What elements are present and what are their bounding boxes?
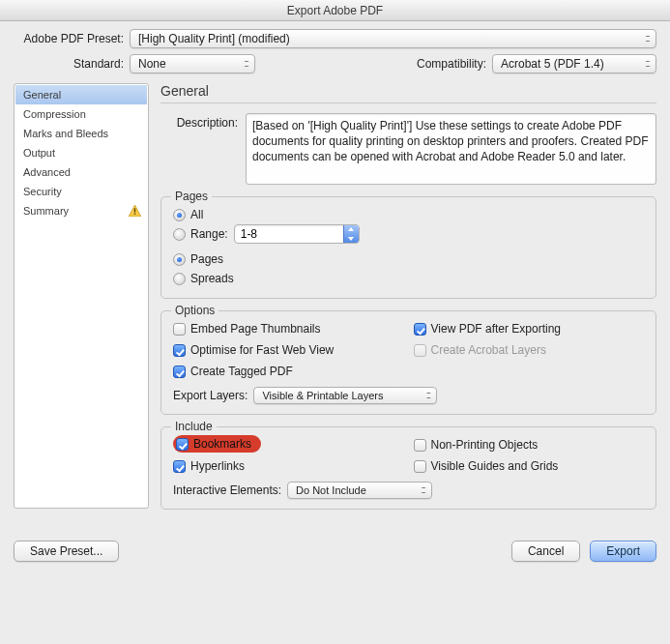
footer: Save Preset... Cancel Export [0,531,670,575]
export-layers-label: Export Layers: [173,389,248,402]
panel-general: General Description: [Based on '[High Qu… [160,83,656,521]
sidebar-item-general[interactable]: General [15,85,147,104]
interactive-elements-dropdown[interactable]: Do Not Include [287,482,432,499]
check-view-after[interactable]: View PDF after Exporting [414,322,645,336]
include-group: Include Bookmarks Non-Printing Objects H… [160,426,656,510]
sidebar-item-security[interactable]: Security [15,182,147,201]
check-guides[interactable]: Visible Guides and Grids [414,459,645,473]
warning-icon [129,205,141,217]
window-title: Export Adobe PDF [0,0,670,21]
standard-value: None [138,57,166,71]
description-label: Description: [160,113,238,130]
check-embed-thumbnails[interactable]: Embed Page Thumbnails [173,322,404,336]
sidebar-item-summary[interactable]: Summary [15,201,147,220]
check-bookmarks[interactable]: Bookmarks [176,437,251,451]
svg-rect-1 [134,208,135,212]
include-legend: Include [171,420,217,433]
check-nonprinting[interactable]: Non-Printing Objects [414,438,645,452]
sidebar-item-compression[interactable]: Compression [15,104,147,124]
range-stepper-icon[interactable] [343,224,359,244]
radio-pages[interactable]: Pages [173,252,223,266]
export-pdf-window: Export Adobe PDF Adobe PDF Preset: [High… [0,0,670,575]
preset-value: [High Quality Print] (modified) [138,32,290,45]
compat-label: Compatibility: [417,57,492,71]
sidebar-item-marks-and-bleeds[interactable]: Marks and Bleeds [15,124,147,143]
divider [160,102,656,103]
radio-range[interactable]: Range: [173,227,228,241]
pages-group: Pages All Range: Pages Spreads [160,196,656,299]
sidebar-item-output[interactable]: Output [15,143,147,162]
svg-rect-2 [134,213,135,215]
interactive-elements-label: Interactive Elements: [173,483,281,497]
options-legend: Options [171,304,218,317]
preset-dropdown[interactable]: [High Quality Print] (modified) [130,29,656,48]
panel-heading: General [160,83,656,99]
save-preset-button[interactable]: Save Preset... [14,541,119,562]
cancel-button[interactable]: Cancel [511,541,580,562]
export-button[interactable]: Export [590,541,656,562]
pages-legend: Pages [171,190,212,203]
compat-dropdown[interactable]: Acrobat 5 (PDF 1.4) [492,54,656,73]
export-layers-dropdown[interactable]: Visible & Printable Layers [253,387,437,404]
check-acrobat-layers: Create Acrobat Layers [414,343,645,357]
section-sidebar: General Compression Marks and Bleeds Out… [14,83,149,509]
options-group: Options Embed Page Thumbnails View PDF a… [160,310,656,415]
range-input[interactable] [234,224,360,244]
check-optimise[interactable]: Optimise for Fast Web View [173,343,404,357]
check-hyperlinks[interactable]: Hyperlinks [173,459,404,473]
bookmarks-highlight: Bookmarks [173,435,261,453]
range-text[interactable] [235,225,343,243]
preset-label: Adobe PDF Preset: [14,32,130,45]
radio-all[interactable]: All [173,208,203,221]
radio-spreads[interactable]: Spreads [173,272,234,285]
standard-dropdown[interactable]: None [130,54,255,73]
check-tagged-pdf[interactable]: Create Tagged PDF [173,365,404,378]
sidebar-item-advanced[interactable]: Advanced [15,162,147,182]
top-controls: Adobe PDF Preset: [High Quality Print] (… [0,21,670,83]
description-text[interactable]: [Based on '[High Quality Print]'] Use th… [246,113,656,185]
standard-label: Standard: [14,57,130,71]
compat-value: Acrobat 5 (PDF 1.4) [501,57,604,71]
